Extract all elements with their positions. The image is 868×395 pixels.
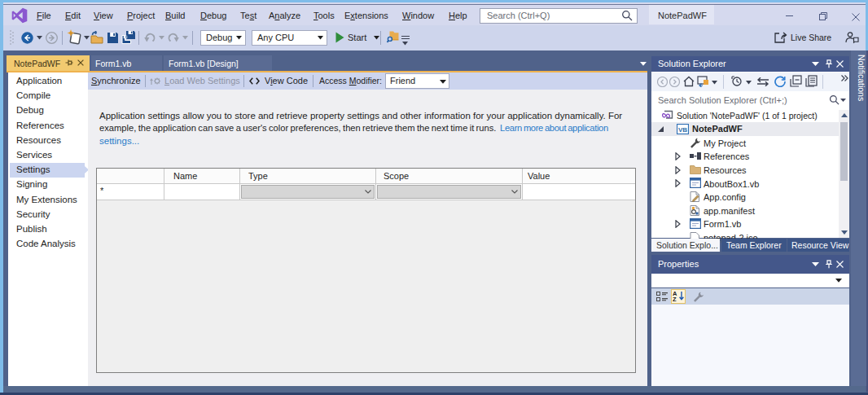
svg-text:VB: VB	[678, 126, 687, 134]
